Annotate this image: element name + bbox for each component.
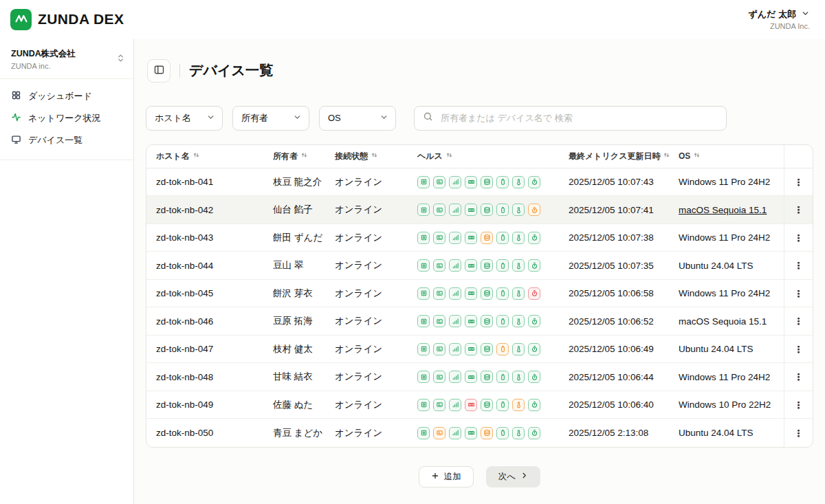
sidebar-item-devices[interactable]: デバイス一覧 — [0, 129, 133, 151]
row-menu-button[interactable]: ⋮ — [784, 280, 813, 307]
status-cell: オンライン — [335, 168, 417, 196]
memory-health-icon — [465, 343, 477, 355]
os-cell: Windows 11 Pro 24H2 — [679, 363, 784, 391]
host-cell: zd-tok-nb-044 — [156, 252, 273, 279]
column-header[interactable]: ヘルス — [417, 145, 569, 168]
table-footer: 追加 次へ — [146, 466, 813, 487]
column-header-label: 最終メトリクス更新日時 — [569, 151, 660, 162]
uptime-health-icon — [528, 176, 540, 188]
row-menu-button[interactable]: ⋮ — [784, 363, 813, 391]
table-row: zd-tok-nb-042 仙台 餡子 オンライン 2025/12/05 10:… — [146, 196, 813, 224]
updated-cell: 2025/12/05 10:06:40 — [569, 391, 679, 419]
chevron-down-icon — [380, 113, 388, 124]
disk-health-icon — [481, 259, 493, 272]
sidebar-item-label: ダッシュボード — [28, 90, 92, 102]
column-header[interactable]: ホスト名 — [156, 145, 273, 168]
filter-dropdown-label: 所有者 — [241, 112, 268, 124]
updated-cell: 2025/12/05 10:06:44 — [569, 363, 679, 391]
table-body: zd-tok-nb-041 枝豆 龍之介 オンライン 2025/12/05 10… — [146, 168, 813, 447]
row-menu-button[interactable]: ⋮ — [784, 168, 813, 196]
table-row: zd-tok-nb-047 枝村 健太 オンライン 2025/12/05 10:… — [146, 336, 813, 364]
device-monitor-icon — [11, 136, 21, 146]
host-cell: zd-tok-nb-043 — [156, 224, 273, 252]
cpu-health-icon — [417, 315, 430, 327]
thermometer-health-icon — [512, 176, 525, 188]
filter-dropdown[interactable]: ホスト名 — [146, 106, 223, 131]
uptime-health-icon — [528, 427, 540, 439]
os-cell: Windows 10 Pro 22H2 — [679, 391, 784, 419]
chevron-down-icon — [206, 113, 215, 124]
health-cell — [417, 252, 569, 279]
memory-health-icon — [465, 204, 477, 216]
sidebar-item-network[interactable]: ネットワーク状況 — [0, 107, 133, 129]
cpu-health-icon — [417, 371, 430, 383]
uptime-health-icon — [528, 315, 540, 327]
owner-cell: 佐藤 ぬた — [273, 391, 335, 419]
app-title: ZUNDA DEX — [38, 11, 124, 28]
row-menu-button[interactable]: ⋮ — [784, 224, 813, 252]
os-cell: Windows 11 Pro 24H2 — [679, 168, 784, 196]
row-menu-button[interactable]: ⋮ — [784, 196, 813, 223]
os-cell[interactable]: macOS Sequoia 15.1 — [679, 196, 784, 223]
signal-health-icon — [449, 371, 461, 383]
row-menu-button[interactable]: ⋮ — [784, 252, 813, 279]
filter-dropdown[interactable]: OS — [319, 106, 396, 131]
memory-health-icon — [465, 427, 477, 439]
sidebar-item-dashboard[interactable]: ダッシュボード — [0, 85, 133, 107]
page-title: デバイス一覧 — [189, 61, 273, 80]
owner-cell: 甘味 結衣 — [273, 363, 335, 391]
thermometer-health-icon — [512, 232, 525, 244]
status-cell: オンライン — [335, 307, 417, 335]
board-health-icon — [433, 204, 446, 216]
disk-health-icon — [481, 427, 493, 439]
disk-health-icon — [481, 371, 493, 383]
column-header-label: 接続状態 — [335, 151, 368, 162]
owner-cell: 豆山 翠 — [273, 252, 335, 279]
status-cell: オンライン — [335, 224, 417, 252]
next-page-button[interactable]: 次へ — [486, 466, 540, 487]
topbar: ZUNDA DEX ずんだ 太郎 ZUNDA Inc. — [0, 0, 825, 39]
os-cell: Windows 11 Pro 24H2 — [679, 224, 784, 252]
column-header[interactable]: 最終メトリクス更新日時 — [569, 145, 679, 168]
signal-health-icon — [449, 427, 461, 439]
sort-icon — [446, 151, 453, 161]
health-cell — [417, 419, 569, 447]
battery-health-icon — [496, 232, 509, 244]
sidebar: ZUNDA株式会社 ZUNDA inc. ダッシュボード ネットワーク状況 デバ… — [0, 39, 134, 504]
table-header-row: ホスト名 所有者 接続状態 ヘルス 最終メトリクス更新日時 OS — [146, 145, 813, 168]
column-header[interactable]: 所有者 — [273, 145, 335, 168]
user-name: ずんだ 太郎 — [748, 8, 796, 21]
kebab-icon: ⋮ — [794, 261, 804, 270]
health-cell — [417, 224, 569, 252]
row-menu-button[interactable]: ⋮ — [784, 391, 813, 419]
kebab-icon: ⋮ — [794, 428, 804, 438]
uptime-health-icon — [528, 287, 540, 300]
row-menu-button[interactable]: ⋮ — [784, 307, 813, 335]
column-header[interactable]: 接続状態 — [335, 145, 417, 168]
battery-health-icon — [496, 259, 509, 272]
kebab-icon: ⋮ — [794, 344, 804, 354]
org-name: ZUNDA株式会社 — [11, 48, 76, 60]
memory-health-icon — [465, 315, 477, 327]
row-menu-button[interactable]: ⋮ — [784, 336, 813, 363]
owner-cell: 豆原 拓海 — [273, 307, 335, 335]
user-menu[interactable]: ずんだ 太郎 ZUNDA Inc. — [748, 8, 810, 30]
search-input[interactable] — [439, 112, 718, 124]
sidebar-divider — [0, 160, 133, 160]
kebab-icon: ⋮ — [794, 233, 804, 243]
board-health-icon — [433, 287, 446, 300]
host-cell: zd-tok-nb-041 — [156, 168, 273, 196]
row-menu-button[interactable]: ⋮ — [784, 419, 813, 447]
table-row: zd-tok-nb-043 餅田 ずんだ オンライン 2025/12/05 10… — [146, 224, 813, 252]
filter-dropdown[interactable]: 所有者 — [232, 106, 309, 131]
kebab-icon: ⋮ — [794, 316, 804, 326]
battery-health-icon — [496, 287, 509, 300]
column-header[interactable]: OS — [679, 145, 784, 168]
memory-health-icon — [465, 176, 477, 188]
thermometer-health-icon — [512, 427, 525, 439]
memory-health-icon — [465, 259, 477, 272]
sidebar-toggle-button[interactable] — [147, 59, 170, 83]
health-cell — [417, 307, 569, 335]
org-switcher[interactable]: ZUNDA株式会社 ZUNDA inc. — [0, 45, 133, 78]
add-device-button[interactable]: 追加 — [419, 466, 474, 487]
